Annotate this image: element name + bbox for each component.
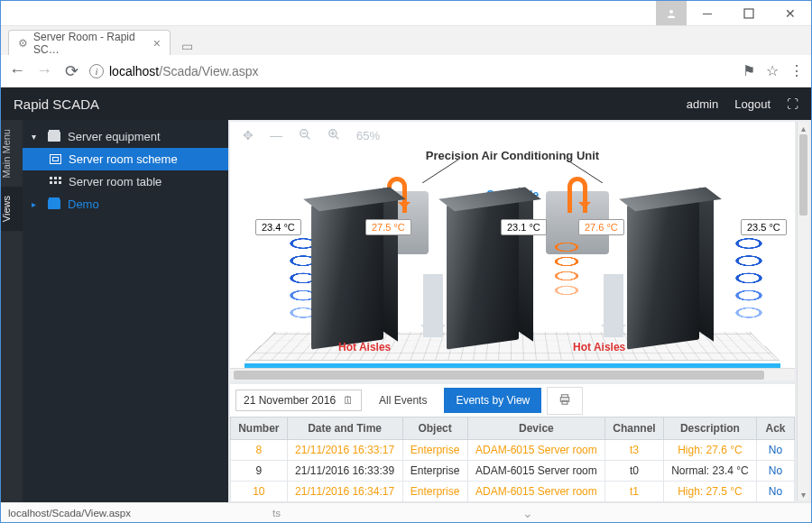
chevron-down-icon[interactable]: ⌄ (522, 506, 533, 520)
zoom-level[interactable]: 65% (356, 129, 380, 142)
tab-close-icon[interactable]: × (153, 36, 161, 50)
cell-obj: Enterprise (402, 440, 467, 461)
tree-server-room-table[interactable]: Server room table (23, 170, 228, 193)
cell-ch: t1 (605, 482, 664, 502)
chevron-right-icon: ▸ (32, 199, 41, 209)
temp-t4: 23.5 °C (741, 219, 787, 235)
svg-point-0 (669, 10, 673, 14)
calendar-icon: 🗓 (343, 394, 354, 407)
tab-title: Server Room - Rapid SC… (33, 31, 144, 56)
permissions-icon[interactable]: ⚑ (743, 62, 755, 79)
bookmark-icon[interactable]: ☆ (766, 62, 779, 79)
server-rack (627, 195, 699, 349)
scheme-horizontal-scrollbar[interactable] (230, 368, 795, 381)
cell-num: 10 (231, 482, 288, 502)
cell-dev: ADAM-6015 Server room (467, 482, 605, 502)
tree-server-equipment[interactable]: ▾ Server equipment (23, 125, 228, 148)
scheme-toolbar: ✥ — 65% (230, 122, 795, 149)
tree-label: Server room table (69, 175, 161, 188)
site-info-icon[interactable]: i (89, 64, 104, 78)
chevron-down-icon: ▾ (32, 132, 41, 142)
filter-all-events[interactable]: All Events (367, 388, 438, 413)
tree-demo[interactable]: ▸ Demo (23, 193, 228, 216)
cell-dt: 21/11/2016 16:33:39 (287, 461, 402, 482)
col-desc[interactable]: Description (663, 417, 756, 440)
window-close-button[interactable]: ✕ (770, 1, 811, 25)
scroll-down-icon[interactable]: ▾ (798, 488, 809, 500)
table-row[interactable]: 921/11/2016 16:33:39EnterpriseADAM-6015 … (231, 461, 795, 482)
tree-server-room-scheme[interactable]: Server room scheme (23, 148, 228, 170)
scroll-up-icon[interactable]: ▴ (798, 122, 809, 134)
events-pane: 21 November 2016 🗓 All Events Events by … (230, 384, 795, 502)
scrollbar-thumb[interactable] (234, 371, 764, 380)
tree-label: Demo (68, 197, 99, 211)
col-number[interactable]: Number (231, 417, 288, 440)
scheme-view-pane: ✥ — 65% Precision Air Conditioning Unit … (230, 122, 795, 381)
address-bar[interactable]: i localhost/Scada/View.aspx (89, 64, 734, 78)
table-row[interactable]: 1021/11/2016 16:34:17EnterpriseADAM-6015… (231, 482, 795, 502)
main-vertical-scrollbar[interactable]: ▴ ▾ (797, 122, 809, 500)
dash-icon[interactable]: — (270, 128, 282, 142)
status-extra: ts (272, 508, 281, 518)
folder-icon (48, 199, 60, 209)
chrome-user-icon[interactable] (656, 1, 687, 25)
events-table: Number Date and Time Object Device Chann… (230, 417, 795, 502)
col-channel[interactable]: Channel (605, 417, 664, 440)
cell-dev: ADAM-6015 Server room (467, 461, 605, 482)
date-picker[interactable]: 21 November 2016 🗓 (235, 390, 362, 411)
cell-desc: High: 27.5 °C (663, 482, 756, 502)
window-titlebar: ─ ✕ (1, 1, 811, 26)
hot-arrow-icon (567, 177, 587, 213)
cell-dt: 21/11/2016 16:34:17 (287, 482, 402, 502)
header-user[interactable]: admin (687, 97, 718, 111)
cell-num: 9 (231, 461, 288, 482)
browser-tab[interactable]: ⚙ Server Room - Rapid SC… × (8, 30, 171, 55)
app-title: Rapid SCADA (14, 96, 99, 112)
zoom-in-icon[interactable] (328, 128, 340, 143)
temp-t3: 27.6 °C (578, 219, 624, 235)
reload-button[interactable]: ⟳ (62, 61, 80, 81)
events-toolbar: 21 November 2016 🗓 All Events Events by … (230, 384, 795, 417)
fullscreen-icon[interactable]: ⛶ (787, 97, 798, 111)
filter-events-by-view[interactable]: Events by View (444, 388, 541, 413)
side-tab-rail: Main Menu Views (1, 120, 23, 502)
down-arrow-icon (423, 274, 443, 337)
table-row[interactable]: 821/11/2016 16:33:17EnterpriseADAM-6015 … (231, 440, 795, 461)
sidetab-views[interactable]: Views (1, 187, 23, 231)
col-datetime[interactable]: Date and Time (287, 417, 402, 440)
print-button[interactable] (547, 387, 583, 415)
chrome-menu-icon[interactable]: ⋮ (789, 62, 804, 79)
logout-button[interactable]: Logout (734, 97, 770, 111)
cold-coil (734, 233, 764, 341)
cell-ack[interactable]: No (757, 461, 795, 482)
back-button[interactable]: ← (8, 61, 26, 80)
hot-aisles-label: Hot Aisles (573, 341, 625, 353)
hot-aisles-label: Hot Aisles (338, 341, 391, 353)
browser-tab-strip: ⚙ Server Room - Rapid SC… × ▭ (1, 26, 811, 55)
forward-button: → (35, 61, 53, 80)
col-object[interactable]: Object (402, 417, 467, 440)
col-ack[interactable]: Ack (757, 417, 795, 440)
cell-desc: High: 27.6 °C (663, 440, 756, 461)
col-device[interactable]: Device (467, 417, 605, 440)
new-tab-button[interactable]: ▭ (176, 37, 198, 55)
window-minimize-button[interactable]: ─ (687, 1, 728, 25)
svg-line-3 (307, 135, 310, 139)
cell-desc: Normal: 23.4 °C (663, 461, 756, 482)
tree-label: Server room scheme (69, 152, 178, 166)
cell-ack[interactable]: No (757, 440, 795, 461)
cell-ch: t0 (605, 461, 664, 482)
move-icon[interactable]: ✥ (243, 128, 254, 142)
cell-ack[interactable]: No (757, 482, 795, 502)
folder-icon (48, 132, 60, 142)
zoom-out-icon[interactable] (299, 128, 311, 143)
scrollbar-thumb[interactable] (799, 134, 807, 216)
svg-line-9 (422, 160, 458, 183)
tree-label: Server equipment (68, 130, 161, 143)
svg-line-6 (336, 135, 339, 139)
window-maximize-button[interactable] (728, 1, 770, 25)
sidetab-main-menu[interactable]: Main Menu (1, 120, 23, 187)
scheme-icon (50, 154, 61, 164)
temp-t1: 27.5 °C (365, 219, 411, 235)
scheme-diagram[interactable]: Precision Air Conditioning Unit Cold Ais… (230, 149, 795, 381)
